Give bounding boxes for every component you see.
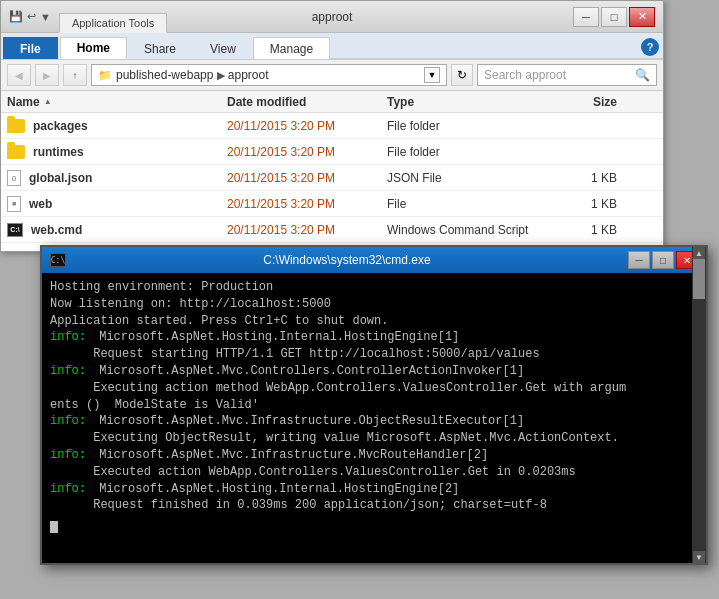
cmd-scrollbar[interactable]: ▲ ▼: [692, 247, 706, 563]
ribbon-tab-bar: File Home Share View Manage ?: [1, 33, 663, 59]
cmd-window: C:\ C:\Windows\system32\cmd.exe ─ □ ✕ Ho…: [40, 245, 708, 565]
file-type: File folder: [387, 119, 537, 133]
tab-view[interactable]: View: [193, 37, 253, 59]
file-name: global.json: [29, 171, 227, 185]
close-button[interactable]: ✕: [629, 7, 655, 27]
table-row[interactable]: {} global.json 20/11/2015 3:20 PM JSON F…: [1, 165, 663, 191]
cmd-info-content: Microsoft.AspNet.Hosting.Internal.Hostin…: [86, 481, 459, 498]
file-size: 1 KB: [537, 171, 617, 185]
cmd-line: Executing ObjectResult, writing value Mi…: [50, 430, 698, 447]
cmd-maximize-button[interactable]: □: [652, 251, 674, 269]
address-input[interactable]: 📁 published-webapp ▶ approot ▼: [91, 64, 447, 86]
cmd-info-content: Microsoft.AspNet.Mvc.Infrastructure.MvcR…: [86, 447, 488, 464]
col-header-size[interactable]: Size: [537, 95, 617, 109]
tab-home[interactable]: Home: [60, 37, 127, 59]
file-rows-container: packages 20/11/2015 3:20 PM File folder …: [1, 113, 663, 243]
table-row[interactable]: C:\ web.cmd 20/11/2015 3:20 PM Windows C…: [1, 217, 663, 243]
cmd-title-icon: C:\: [50, 253, 66, 267]
dropdown-icon[interactable]: ▼: [40, 11, 51, 23]
app-tools-tab[interactable]: Application Tools: [59, 13, 167, 33]
file-name-cell: {} global.json: [7, 170, 227, 186]
cmd-info-content: Microsoft.AspNet.Hosting.Internal.Hostin…: [86, 329, 459, 346]
cmd-info-label: info:: [50, 413, 86, 430]
refresh-button[interactable]: ↻: [451, 64, 473, 86]
col-header-type[interactable]: Type: [387, 95, 537, 109]
minimize-button[interactable]: ─: [573, 7, 599, 27]
table-row[interactable]: ■ web 20/11/2015 3:20 PM File 1 KB: [1, 191, 663, 217]
search-placeholder: Search approot: [484, 68, 566, 82]
cmd-window-controls: ─ □ ✕: [628, 251, 698, 269]
file-name: runtimes: [33, 145, 227, 159]
file-date: 20/11/2015 3:20 PM: [227, 197, 387, 211]
table-row[interactable]: runtimes 20/11/2015 3:20 PM File folder: [1, 139, 663, 165]
file-name-cell: ■ web: [7, 196, 227, 212]
col-header-date[interactable]: Date modified: [227, 95, 387, 109]
scroll-track[interactable]: [693, 259, 705, 551]
cmd-content: Hosting environment: ProductionNow liste…: [42, 273, 706, 563]
cmd-line: info: Microsoft.AspNet.Mvc.Infrastructur…: [50, 413, 698, 430]
file-list: Name ▲ Date modified Type Size packages …: [1, 91, 663, 251]
cmd-content-area: Hosting environment: ProductionNow liste…: [42, 273, 706, 563]
tab-manage[interactable]: Manage: [253, 37, 330, 59]
cmd-cursor: [50, 521, 58, 533]
address-bar: ◀ ▶ ↑ 📁 published-webapp ▶ approot ▼ ↻ S…: [1, 60, 663, 91]
maximize-button[interactable]: □: [601, 7, 627, 27]
file-name: packages: [33, 119, 227, 133]
cmd-title: C:\Windows\system32\cmd.exe: [72, 253, 622, 267]
tab-file[interactable]: File: [3, 37, 58, 59]
scroll-thumb[interactable]: [693, 259, 705, 299]
file-type: JSON File: [387, 171, 537, 185]
file-icon: ■: [7, 196, 21, 212]
help-icon[interactable]: ?: [641, 38, 659, 56]
file-name: web: [29, 197, 227, 211]
cmd-line: Request finished in 0.039ms 200 applicat…: [50, 497, 698, 514]
cmd-line: Request starting HTTP/1.1 GET http://loc…: [50, 346, 698, 363]
address-folder-icon: 📁: [98, 69, 112, 82]
cmd-info-content: Microsoft.AspNet.Mvc.Controllers.Control…: [86, 363, 524, 380]
file-list-header: Name ▲ Date modified Type Size: [1, 91, 663, 113]
explorer-titlebar: 💾 ↩ ▼ Application Tools approot ─ □ ✕: [1, 1, 663, 33]
col-header-name[interactable]: Name ▲: [7, 95, 227, 109]
cmd-cursor-line: [50, 518, 698, 535]
undo-icon: ↩: [27, 10, 36, 23]
cmd-info-label: info:: [50, 447, 86, 464]
cmd-info-label: info:: [50, 481, 86, 498]
cmd-info-content: Microsoft.AspNet.Mvc.Infrastructure.Obje…: [86, 413, 524, 430]
cmd-info-label: info:: [50, 363, 86, 380]
search-icon: 🔍: [635, 68, 650, 82]
search-box[interactable]: Search approot 🔍: [477, 64, 657, 86]
cmd-line: Executing action method WebApp.Controlle…: [50, 380, 698, 414]
ribbon: File Home Share View Manage ?: [1, 33, 663, 60]
file-name-cell: packages: [7, 119, 227, 133]
file-date: 20/11/2015 3:20 PM: [227, 119, 387, 133]
file-name: web.cmd: [31, 223, 227, 237]
quick-access-icon: 💾: [9, 10, 23, 23]
table-row[interactable]: packages 20/11/2015 3:20 PM File folder: [1, 113, 663, 139]
file-size: 1 KB: [537, 197, 617, 211]
folder-icon: [7, 145, 25, 159]
cmd-line: info: Microsoft.AspNet.Hosting.Internal.…: [50, 329, 698, 346]
file-date: 20/11/2015 3:20 PM: [227, 171, 387, 185]
cmd-line: info: Microsoft.AspNet.Mvc.Controllers.C…: [50, 363, 698, 380]
app-tools-label: Application Tools: [72, 17, 154, 29]
cmd-line: Application started. Press Ctrl+C to shu…: [50, 313, 698, 330]
cmd-line: Now listening on: http://localhost:5000: [50, 296, 698, 313]
file-type: File: [387, 197, 537, 211]
file-type: Windows Command Script: [387, 223, 537, 237]
file-size: 1 KB: [537, 223, 617, 237]
explorer-window: 💾 ↩ ▼ Application Tools approot ─ □ ✕ Fi…: [0, 0, 664, 252]
scroll-up-button[interactable]: ▲: [693, 247, 705, 259]
address-dropdown-button[interactable]: ▼: [424, 67, 440, 83]
cmd-line: Hosting environment: Production: [50, 279, 698, 296]
cmd-info-label: info:: [50, 329, 86, 346]
back-button[interactable]: ◀: [7, 64, 31, 86]
forward-button[interactable]: ▶: [35, 64, 59, 86]
scroll-down-button[interactable]: ▼: [693, 551, 705, 563]
cmd-titlebar: C:\ C:\Windows\system32\cmd.exe ─ □ ✕: [42, 247, 706, 273]
tab-share[interactable]: Share: [127, 37, 193, 59]
up-button[interactable]: ↑: [63, 64, 87, 86]
breadcrumb-part1: published-webapp: [116, 68, 213, 82]
cmd-line: info: Microsoft.AspNet.Hosting.Internal.…: [50, 481, 698, 498]
cmd-line: Executed action WebApp.Controllers.Value…: [50, 464, 698, 481]
cmd-minimize-button[interactable]: ─: [628, 251, 650, 269]
